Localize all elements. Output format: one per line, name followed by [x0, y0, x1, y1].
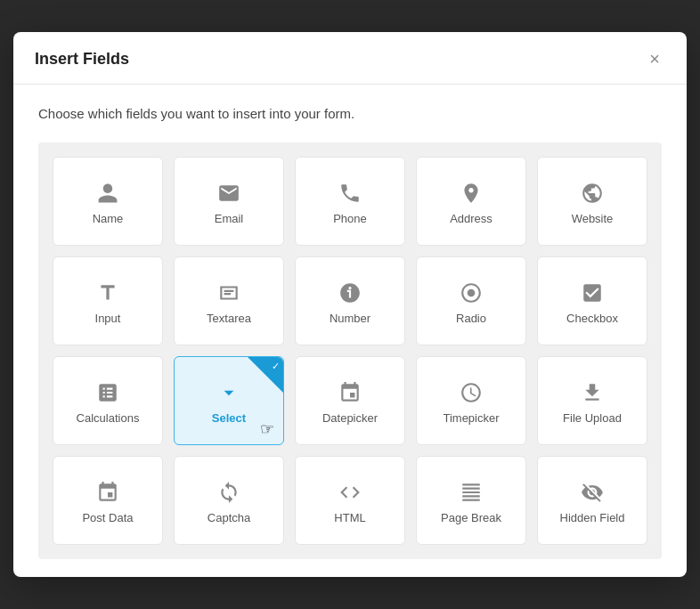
field-label-input: Input [95, 312, 121, 325]
field-label-postdata: Post Data [82, 511, 133, 524]
field-label-radio: Radio [456, 312, 486, 325]
number-icon [338, 281, 362, 304]
field-label-email: Email [215, 212, 244, 225]
field-label-hiddenfield: Hidden Field [560, 511, 625, 524]
website-icon [581, 182, 604, 205]
field-label-number: Number [330, 312, 370, 325]
insert-fields-modal: Insert Fields × Choose which fields you … [13, 32, 687, 577]
field-label-address: Address [450, 212, 492, 225]
field-label-checkbox: Checkbox [566, 312, 618, 325]
captcha-icon [217, 481, 240, 504]
field-label-html: HTML [334, 511, 365, 524]
field-card-name[interactable]: Name [53, 157, 163, 246]
field-card-timepicker[interactable]: Timepicker [416, 356, 526, 445]
textarea-icon [217, 281, 240, 304]
modal-subtitle: Choose which fields you want to insert i… [38, 106, 662, 121]
html-icon [338, 481, 362, 504]
modal-overlay: Insert Fields × Choose which fields you … [0, 0, 700, 609]
field-card-number[interactable]: Number [295, 256, 405, 345]
fields-grid: Name Email Phone Address Website Input T… [38, 142, 662, 559]
field-card-hiddenfield[interactable]: Hidden Field [537, 456, 647, 545]
field-card-html[interactable]: HTML [295, 456, 405, 545]
select-icon [217, 381, 240, 404]
field-label-fileupload: File Upload [563, 411, 622, 425]
person-icon [96, 182, 119, 205]
field-card-website[interactable]: Website [537, 157, 647, 246]
field-label-timepicker: Timepicker [443, 411, 499, 425]
field-card-calculations[interactable]: Calculations [53, 356, 163, 445]
field-card-phone[interactable]: Phone [295, 157, 405, 246]
field-label-calculations: Calculations [77, 411, 140, 425]
field-card-captcha[interactable]: Captcha [174, 456, 284, 545]
field-label-pagebreak: Page Break [441, 511, 501, 524]
field-label-captcha: Captcha [208, 511, 250, 524]
datepicker-icon [338, 381, 362, 404]
modal-title: Insert Fields [35, 50, 129, 69]
calculations-icon [96, 381, 119, 404]
field-label-phone: Phone [333, 212, 367, 225]
field-card-pagebreak[interactable]: Page Break [416, 456, 526, 545]
field-card-checkbox[interactable]: Checkbox [537, 256, 647, 345]
close-button[interactable]: × [644, 48, 665, 69]
postdata-icon [96, 481, 119, 504]
cursor-icon: ☞ [260, 419, 274, 439]
field-card-fileupload[interactable]: File Upload [537, 356, 647, 445]
field-card-datepicker[interactable]: Datepicker [295, 356, 405, 445]
check-icon: ✓ [272, 361, 280, 372]
phone-icon [338, 182, 362, 205]
field-label-name: Name [93, 212, 124, 225]
checkbox-icon [581, 281, 604, 304]
field-card-postdata[interactable]: Post Data [53, 456, 163, 545]
radio-icon [460, 281, 483, 304]
field-label-select: Select [212, 411, 246, 425]
fileupload-icon [581, 381, 604, 404]
modal-body: Choose which fields you want to insert i… [13, 85, 687, 577]
field-card-email[interactable]: Email [174, 157, 284, 246]
field-label-datepicker: Datepicker [322, 411, 378, 425]
modal-header: Insert Fields × [13, 32, 687, 85]
hiddenfield-icon [581, 481, 604, 504]
field-label-website: Website [572, 212, 614, 225]
field-label-textarea: Textarea [207, 312, 251, 325]
timepicker-icon [460, 381, 483, 404]
pagebreak-icon [460, 481, 483, 504]
input-icon [96, 281, 119, 304]
field-card-textarea[interactable]: Textarea [174, 256, 284, 345]
field-card-input[interactable]: Input [53, 256, 163, 345]
field-card-address[interactable]: Address [416, 157, 526, 246]
field-card-select[interactable]: Select ✓ ☞ [174, 356, 284, 445]
field-card-radio[interactable]: Radio [416, 256, 526, 345]
email-icon [217, 182, 240, 205]
selected-corner: ✓ [248, 357, 283, 393]
address-icon [460, 182, 483, 205]
